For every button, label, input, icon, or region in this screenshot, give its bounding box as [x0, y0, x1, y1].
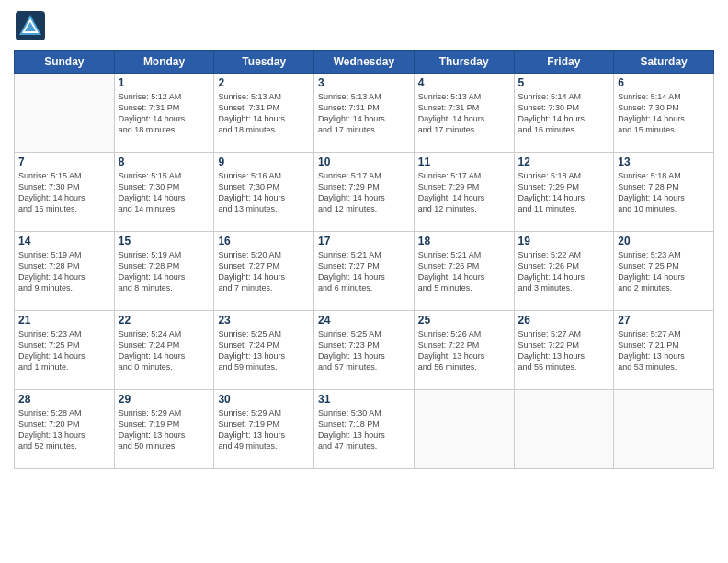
day-number: 10 — [318, 155, 410, 168]
day-number: 3 — [318, 76, 410, 89]
cal-cell — [414, 390, 514, 469]
cal-cell: 14Sunrise: 5:19 AM Sunset: 7:28 PM Dayli… — [15, 232, 115, 311]
cell-info: Sunrise: 5:19 AM Sunset: 7:28 PM Dayligh… — [119, 249, 210, 294]
cal-cell: 9Sunrise: 5:16 AM Sunset: 7:30 PM Daylig… — [214, 153, 314, 232]
day-number: 31 — [318, 393, 410, 406]
cal-cell: 30Sunrise: 5:29 AM Sunset: 7:19 PM Dayli… — [214, 390, 314, 469]
cell-info: Sunrise: 5:21 AM Sunset: 7:26 PM Dayligh… — [418, 249, 510, 294]
cell-info: Sunrise: 5:29 AM Sunset: 7:19 PM Dayligh… — [218, 408, 310, 453]
logo-icon — [14, 9, 47, 42]
day-number: 11 — [418, 155, 510, 168]
cell-info: Sunrise: 5:29 AM Sunset: 7:19 PM Dayligh… — [119, 408, 210, 453]
weekday-header-tuesday: Tuesday — [214, 51, 314, 74]
cell-info: Sunrise: 5:14 AM Sunset: 7:30 PM Dayligh… — [618, 91, 710, 136]
cell-info: Sunrise: 5:13 AM Sunset: 7:31 PM Dayligh… — [418, 91, 510, 136]
header — [14, 9, 714, 42]
cal-cell: 11Sunrise: 5:17 AM Sunset: 7:29 PM Dayli… — [414, 153, 514, 232]
cal-cell: 23Sunrise: 5:25 AM Sunset: 7:24 PM Dayli… — [214, 311, 314, 390]
day-number: 2 — [218, 76, 310, 89]
cell-info: Sunrise: 5:25 AM Sunset: 7:23 PM Dayligh… — [318, 328, 410, 373]
cell-info: Sunrise: 5:14 AM Sunset: 7:30 PM Dayligh… — [518, 91, 610, 136]
day-number: 28 — [18, 393, 110, 406]
day-number: 29 — [119, 393, 210, 406]
cell-info: Sunrise: 5:17 AM Sunset: 7:29 PM Dayligh… — [318, 170, 410, 215]
cal-cell: 21Sunrise: 5:23 AM Sunset: 7:25 PM Dayli… — [15, 311, 115, 390]
weekday-header-thursday: Thursday — [414, 51, 514, 74]
week-row-4: 21Sunrise: 5:23 AM Sunset: 7:25 PM Dayli… — [15, 311, 714, 390]
cal-cell: 8Sunrise: 5:15 AM Sunset: 7:30 PM Daylig… — [114, 153, 214, 232]
cal-cell: 10Sunrise: 5:17 AM Sunset: 7:29 PM Dayli… — [314, 153, 415, 232]
cal-cell: 13Sunrise: 5:18 AM Sunset: 7:28 PM Dayli… — [614, 153, 714, 232]
cell-info: Sunrise: 5:13 AM Sunset: 7:31 PM Dayligh… — [318, 91, 410, 136]
calendar-table: SundayMondayTuesdayWednesdayThursdayFrid… — [14, 50, 714, 469]
cal-cell — [15, 74, 115, 153]
cal-cell: 31Sunrise: 5:30 AM Sunset: 7:18 PM Dayli… — [314, 390, 415, 469]
cal-cell: 29Sunrise: 5:29 AM Sunset: 7:19 PM Dayli… — [114, 390, 214, 469]
cell-info: Sunrise: 5:15 AM Sunset: 7:30 PM Dayligh… — [18, 170, 110, 215]
cell-info: Sunrise: 5:23 AM Sunset: 7:25 PM Dayligh… — [618, 249, 710, 294]
day-number: 26 — [518, 314, 610, 327]
cell-info: Sunrise: 5:18 AM Sunset: 7:28 PM Dayligh… — [618, 170, 710, 215]
day-number: 8 — [119, 155, 210, 168]
cell-info: Sunrise: 5:17 AM Sunset: 7:29 PM Dayligh… — [418, 170, 510, 215]
day-number: 20 — [618, 235, 710, 247]
cell-info: Sunrise: 5:21 AM Sunset: 7:27 PM Dayligh… — [318, 249, 410, 294]
week-row-1: 1Sunrise: 5:12 AM Sunset: 7:31 PM Daylig… — [15, 74, 714, 153]
cal-cell: 4Sunrise: 5:13 AM Sunset: 7:31 PM Daylig… — [414, 74, 514, 153]
cal-cell: 12Sunrise: 5:18 AM Sunset: 7:29 PM Dayli… — [514, 153, 614, 232]
cell-info: Sunrise: 5:19 AM Sunset: 7:28 PM Dayligh… — [18, 249, 110, 294]
cal-cell: 27Sunrise: 5:27 AM Sunset: 7:21 PM Dayli… — [614, 311, 714, 390]
day-number: 22 — [119, 314, 210, 327]
weekday-header-friday: Friday — [514, 51, 614, 74]
cell-info: Sunrise: 5:15 AM Sunset: 7:30 PM Dayligh… — [119, 170, 210, 215]
cell-info: Sunrise: 5:24 AM Sunset: 7:24 PM Dayligh… — [119, 328, 210, 373]
weekday-header-saturday: Saturday — [614, 51, 714, 74]
cal-cell: 5Sunrise: 5:14 AM Sunset: 7:30 PM Daylig… — [514, 74, 614, 153]
day-number: 9 — [218, 155, 310, 168]
cell-info: Sunrise: 5:30 AM Sunset: 7:18 PM Dayligh… — [318, 408, 410, 453]
week-row-2: 7Sunrise: 5:15 AM Sunset: 7:30 PM Daylig… — [15, 153, 714, 232]
day-number: 14 — [18, 235, 110, 247]
day-number: 4 — [418, 76, 510, 89]
cal-cell: 16Sunrise: 5:20 AM Sunset: 7:27 PM Dayli… — [214, 232, 314, 311]
cal-cell: 15Sunrise: 5:19 AM Sunset: 7:28 PM Dayli… — [114, 232, 214, 311]
cal-cell: 25Sunrise: 5:26 AM Sunset: 7:22 PM Dayli… — [414, 311, 514, 390]
day-number: 15 — [119, 235, 210, 247]
cell-info: Sunrise: 5:18 AM Sunset: 7:29 PM Dayligh… — [518, 170, 610, 215]
day-number: 21 — [18, 314, 110, 327]
day-number: 1 — [119, 76, 210, 89]
day-number: 19 — [518, 235, 610, 247]
day-number: 13 — [618, 155, 710, 168]
weekday-header-wednesday: Wednesday — [314, 51, 415, 74]
cell-info: Sunrise: 5:23 AM Sunset: 7:25 PM Dayligh… — [18, 328, 110, 373]
day-number: 5 — [518, 76, 610, 89]
day-number: 16 — [218, 235, 310, 247]
cal-cell — [514, 390, 614, 469]
cal-cell: 20Sunrise: 5:23 AM Sunset: 7:25 PM Dayli… — [614, 232, 714, 311]
cal-cell: 7Sunrise: 5:15 AM Sunset: 7:30 PM Daylig… — [15, 153, 115, 232]
cell-info: Sunrise: 5:12 AM Sunset: 7:31 PM Dayligh… — [119, 91, 210, 136]
logo — [14, 9, 49, 42]
day-number: 7 — [18, 155, 110, 168]
cal-cell: 18Sunrise: 5:21 AM Sunset: 7:26 PM Dayli… — [414, 232, 514, 311]
cal-cell: 6Sunrise: 5:14 AM Sunset: 7:30 PM Daylig… — [614, 74, 714, 153]
cell-info: Sunrise: 5:28 AM Sunset: 7:20 PM Dayligh… — [18, 408, 110, 453]
day-number: 6 — [618, 76, 710, 89]
cal-cell — [614, 390, 714, 469]
cell-info: Sunrise: 5:20 AM Sunset: 7:27 PM Dayligh… — [218, 249, 310, 294]
day-number: 18 — [418, 235, 510, 247]
week-row-5: 28Sunrise: 5:28 AM Sunset: 7:20 PM Dayli… — [15, 390, 714, 469]
weekday-header-monday: Monday — [114, 51, 214, 74]
cell-info: Sunrise: 5:13 AM Sunset: 7:31 PM Dayligh… — [218, 91, 310, 136]
day-number: 23 — [218, 314, 310, 327]
cal-cell: 28Sunrise: 5:28 AM Sunset: 7:20 PM Dayli… — [15, 390, 115, 469]
cal-cell: 19Sunrise: 5:22 AM Sunset: 7:26 PM Dayli… — [514, 232, 614, 311]
day-number: 24 — [318, 314, 410, 327]
weekday-header-row: SundayMondayTuesdayWednesdayThursdayFrid… — [15, 51, 714, 74]
day-number: 25 — [418, 314, 510, 327]
cell-info: Sunrise: 5:25 AM Sunset: 7:24 PM Dayligh… — [218, 328, 310, 373]
day-number: 12 — [518, 155, 610, 168]
day-number: 17 — [318, 235, 410, 247]
day-number: 27 — [618, 314, 710, 327]
cal-cell: 22Sunrise: 5:24 AM Sunset: 7:24 PM Dayli… — [114, 311, 214, 390]
